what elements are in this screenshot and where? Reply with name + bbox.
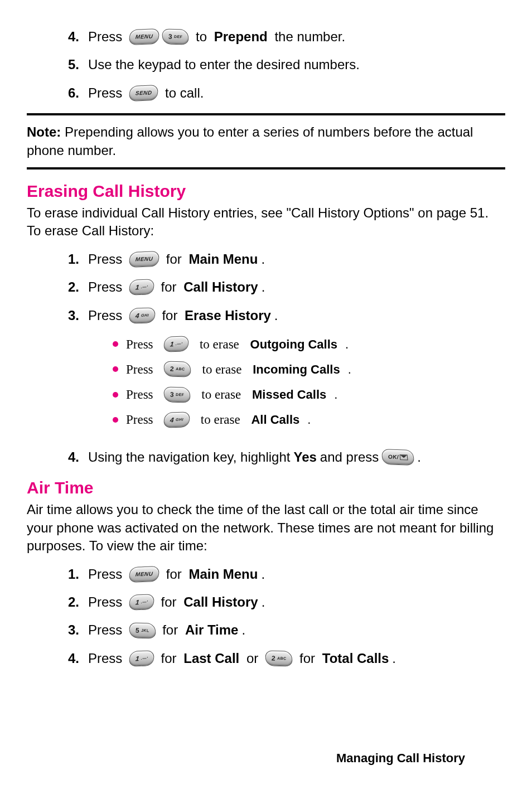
text: Use the keypad to enter the desired numb… [88, 56, 360, 74]
text: Press [88, 593, 126, 611]
target: Air Time [185, 621, 239, 639]
dot: . [334, 386, 337, 403]
air-step-2: 2. Press 1.—' for Call History. [66, 593, 505, 611]
key-1-icon: 1.—' [163, 336, 190, 353]
divider [27, 113, 505, 115]
step-4: 4. Press MENU 3DEF to Prepend the number… [66, 28, 505, 46]
key-2-icon: 2ABC [163, 361, 192, 378]
bullet-all: Press 4GHI to erase All Calls. [113, 411, 351, 428]
erase-steps-list: 1. Press MENU for Main Menu. 2. Press 1.… [27, 250, 505, 467]
step-5: 5. Use the keypad to enter the desired n… [66, 56, 505, 74]
erase-step-2: 2. Press 1.—' for Call History. [66, 278, 505, 296]
step-number: 1. [66, 565, 79, 583]
text: for [157, 593, 180, 611]
target: Main Menu [188, 250, 258, 268]
step-number: 4. [66, 28, 79, 46]
heading-air-time: Air Time [27, 478, 505, 497]
key-2-icon: 2ABC [264, 650, 293, 667]
heading-erasing-call-history: Erasing Call History [27, 182, 505, 201]
text: Press [88, 650, 126, 667]
step-number: 4. [66, 650, 79, 667]
text: to erase [196, 336, 242, 353]
key-3-icon: 3DEF [163, 386, 191, 403]
text: to erase [199, 361, 245, 378]
top-steps-list: 4. Press MENU 3DEF to Prepend the number… [27, 28, 505, 102]
text: Press [88, 84, 126, 102]
paragraph: Air time allows you to check the time of… [27, 501, 505, 555]
text: . [417, 448, 421, 466]
dot: . [241, 621, 245, 639]
text: Press [126, 336, 156, 353]
text: Press [126, 361, 156, 378]
key-1-icon: 1.—' [128, 594, 154, 611]
key-3-icon: 3DEF [161, 28, 189, 45]
target: Outgoing Calls [250, 336, 337, 353]
text: for [296, 650, 318, 667]
target: All Calls [251, 411, 299, 428]
dot: . [348, 361, 351, 378]
text: Using the navigation key, highlight [88, 448, 290, 466]
bullet-incoming: Press 2ABC to erase Incoming Calls. [113, 361, 351, 378]
text: Press [126, 411, 156, 428]
paragraph: To erase individual Call History entries… [27, 204, 505, 240]
step-number: 3. [66, 307, 79, 325]
key-1-icon: 1.—' [128, 279, 154, 296]
menu-key-icon: MENU [128, 251, 159, 268]
text: Press [88, 250, 126, 268]
text: the number. [271, 28, 345, 46]
air-step-1: 1. Press MENU for Main Menu. [66, 565, 505, 583]
air-steps-list: 1. Press MENU for Main Menu. 2. Press 1.… [27, 565, 505, 668]
target: Total Calls [322, 650, 389, 667]
highlight-yes: Yes [293, 448, 316, 466]
text: to erase [197, 411, 243, 428]
air-step-3: 3. Press 5JKL for Air Time. [66, 621, 505, 639]
step-number: 1. [66, 250, 79, 268]
target: Missed Calls [252, 386, 326, 403]
text: to call. [161, 84, 204, 102]
note-text: Prepending allows you to enter a series … [27, 124, 473, 157]
text: and press [320, 448, 379, 466]
text: to [192, 28, 210, 46]
target: Call History [183, 593, 258, 611]
text: or [243, 650, 262, 667]
key-1-icon: 1.—' [128, 650, 154, 667]
dot: . [392, 650, 396, 667]
key-4-icon: 4GHI [163, 411, 191, 428]
dot: . [345, 336, 349, 353]
erase-step-4: 4. Using the navigation key, highlight Y… [66, 448, 505, 466]
text: Press [88, 621, 126, 639]
step-number: 5. [66, 56, 79, 74]
page-footer-title: Managing Call History [336, 751, 465, 766]
dot: . [261, 250, 265, 268]
dot: . [307, 411, 311, 428]
step-6: 6. Press SEND to call. [66, 84, 505, 102]
bullet-icon [113, 366, 118, 372]
menu-key-icon: MENU [128, 566, 159, 583]
dot: . [274, 307, 278, 325]
text: Press [88, 28, 126, 46]
target: Erase History [185, 307, 271, 325]
key-4-icon: 4GHI [128, 307, 156, 324]
erase-step-1: 1. Press MENU for Main Menu. [66, 250, 505, 268]
text: for [157, 278, 180, 296]
note-block: Note: Prepending allows you to enter a s… [27, 123, 505, 159]
menu-key-icon: MENU [128, 28, 159, 45]
bullet-missed: Press 3DEF to erase Missed Calls. [113, 386, 351, 403]
send-key-icon: SEND [128, 85, 159, 101]
action-prepend: Prepend [214, 28, 268, 46]
target: Incoming Calls [253, 361, 340, 378]
text: for [162, 565, 185, 583]
erase-step-3: 3. Press 4GHI for Erase History. Press 1… [66, 307, 505, 439]
text: for [157, 650, 180, 667]
step-number: 2. [66, 278, 79, 296]
text: Press [88, 565, 126, 583]
step-number: 6. [66, 84, 79, 102]
text: to erase [199, 386, 244, 403]
dot: . [262, 278, 265, 296]
ok-key-icon: OK/ [381, 449, 415, 466]
target: Call History [183, 278, 258, 296]
divider [27, 167, 505, 170]
target: Main Menu [188, 565, 258, 583]
bullet-icon [113, 417, 118, 423]
text: for [159, 621, 182, 639]
